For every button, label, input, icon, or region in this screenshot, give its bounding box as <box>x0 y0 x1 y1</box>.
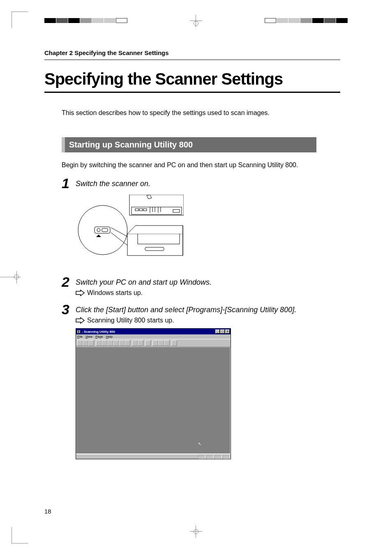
step-title: Switch the scanner on. <box>76 180 340 188</box>
step-1: 1 Switch the scanner on. <box>62 178 340 190</box>
toolbar <box>76 339 231 347</box>
toolbar-button[interactable] <box>77 340 83 346</box>
page-number: 18 <box>44 508 51 515</box>
client-area: ↖ <box>76 347 231 454</box>
toolbar-button[interactable] <box>101 340 107 346</box>
toolbar-button[interactable] <box>158 340 164 346</box>
scanning-utility-window: $ - Scanning Utility 800 _ □ × File View… <box>76 328 231 459</box>
toolbar-button[interactable] <box>164 340 170 346</box>
status-pane <box>198 455 205 459</box>
step-number: 2 <box>62 275 76 289</box>
step-number: 3 <box>62 302 76 316</box>
toolbar-button[interactable] <box>113 340 119 346</box>
step-2: 2 Switch your PC on and start up Windows… <box>62 276 340 297</box>
result-arrow-icon <box>76 317 85 324</box>
maximize-button[interactable]: □ <box>220 329 225 334</box>
step-title: Click the [Start] button and select [Pro… <box>76 306 340 314</box>
cursor-icon: ↖ <box>198 442 201 446</box>
titlebar[interactable]: $ - Scanning Utility 800 _ □ × <box>76 329 231 334</box>
page-content: Chapter 2 Specifying the Scanner Setting… <box>44 49 340 459</box>
menu-view[interactable]: View <box>85 335 92 339</box>
menu-file[interactable]: File <box>77 335 83 339</box>
chapter-header: Chapter 2 Specifying the Scanner Setting… <box>44 49 340 60</box>
toolbar-button[interactable] <box>125 340 130 346</box>
toolbar-button[interactable] <box>152 340 158 346</box>
toolbar-button[interactable] <box>83 340 88 346</box>
scanner-illustration <box>76 194 183 260</box>
toolbar-button[interactable] <box>132 340 138 346</box>
step-3: 3 Click the [Start] button and select [P… <box>62 304 340 324</box>
system-menu-icon[interactable]: $ <box>77 330 81 334</box>
result-text: Scanning Utility 800 starts up. <box>87 317 174 324</box>
menu-page[interactable]: Page <box>95 335 103 339</box>
corner-mark-top-left <box>12 12 28 28</box>
menu-help[interactable]: Help <box>106 335 113 339</box>
status-pane <box>223 455 230 459</box>
close-button[interactable]: × <box>225 329 230 334</box>
page-title: Specifying the Scanner Settings <box>44 70 340 93</box>
status-bar <box>76 454 231 459</box>
step-number: 1 <box>62 176 76 190</box>
section-intro: Begin by switching the scanner and PC on… <box>62 161 340 169</box>
toolbar-button[interactable] <box>171 340 177 346</box>
section-heading: Starting up Scanning Utility 800 <box>62 137 316 152</box>
toolbar-button[interactable] <box>119 340 125 346</box>
step-title: Switch your PC on and start up Windows. <box>76 278 340 287</box>
result-arrow-icon <box>76 290 85 296</box>
svg-rect-7 <box>131 207 182 214</box>
menubar: File View Page Help <box>76 334 231 339</box>
toolbar-button[interactable] <box>96 340 101 346</box>
minimize-button[interactable]: _ <box>215 329 220 334</box>
toolbar-button[interactable] <box>145 340 151 346</box>
intro-text: This section describes how to specify th… <box>62 109 340 117</box>
crop-marks-top <box>0 17 392 29</box>
result-text: Windows starts up. <box>87 289 143 297</box>
side-registration-mark <box>0 271 25 283</box>
status-pane <box>214 455 222 459</box>
toolbar-button[interactable] <box>107 340 113 346</box>
crop-marks-bottom <box>0 525 392 538</box>
svg-rect-17 <box>145 247 164 251</box>
status-pane <box>206 455 214 459</box>
toolbar-button[interactable] <box>138 340 143 346</box>
window-title: - Scanning Utility 800 <box>82 330 115 334</box>
toolbar-button[interactable] <box>88 340 94 346</box>
